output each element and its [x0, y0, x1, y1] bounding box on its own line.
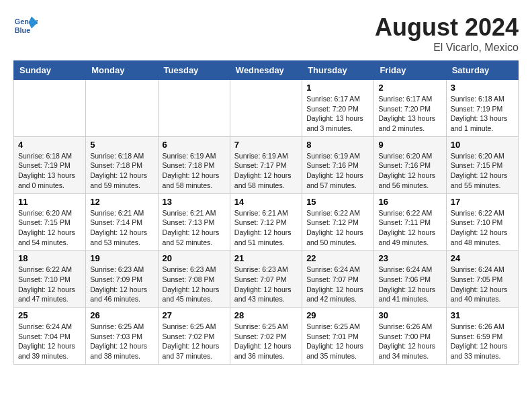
- day-number: 2: [378, 83, 441, 93]
- calendar-cell: 28Sunrise: 6:25 AM Sunset: 7:02 PM Dayli…: [230, 308, 302, 365]
- day-number: 19: [90, 253, 153, 263]
- day-number: 29: [306, 310, 369, 320]
- calendar-cell: 21Sunrise: 6:23 AM Sunset: 7:07 PM Dayli…: [230, 250, 302, 308]
- day-info: Sunrise: 6:22 AM Sunset: 7:10 PM Dayligh…: [451, 208, 514, 248]
- calendar-week-4: 18Sunrise: 6:22 AM Sunset: 7:10 PM Dayli…: [14, 250, 519, 308]
- calendar-cell: 22Sunrise: 6:24 AM Sunset: 7:07 PM Dayli…: [302, 250, 374, 308]
- day-info: Sunrise: 6:19 AM Sunset: 7:18 PM Dayligh…: [163, 151, 226, 191]
- day-number: 4: [18, 140, 81, 150]
- day-number: 24: [451, 253, 514, 263]
- calendar-cell: 6Sunrise: 6:19 AM Sunset: 7:18 PM Daylig…: [158, 136, 230, 193]
- day-number: 18: [18, 253, 81, 263]
- weekday-header-thursday: Thursday: [302, 61, 374, 80]
- calendar-cell: 19Sunrise: 6:23 AM Sunset: 7:09 PM Dayli…: [86, 250, 158, 308]
- calendar-cell: 30Sunrise: 6:26 AM Sunset: 7:00 PM Dayli…: [374, 308, 446, 365]
- day-info: Sunrise: 6:25 AM Sunset: 7:01 PM Dayligh…: [306, 322, 369, 361]
- day-number: 5: [90, 140, 153, 150]
- calendar-cell: 4Sunrise: 6:18 AM Sunset: 7:19 PM Daylig…: [14, 136, 86, 193]
- day-info: Sunrise: 6:21 AM Sunset: 7:13 PM Dayligh…: [163, 208, 226, 248]
- day-number: 15: [306, 197, 369, 207]
- day-info: Sunrise: 6:20 AM Sunset: 7:15 PM Dayligh…: [451, 151, 514, 191]
- calendar-cell: 27Sunrise: 6:25 AM Sunset: 7:02 PM Dayli…: [158, 308, 230, 365]
- calendar-cell: 8Sunrise: 6:19 AM Sunset: 7:16 PM Daylig…: [302, 136, 374, 193]
- calendar-week-1: 1Sunrise: 6:17 AM Sunset: 7:20 PM Daylig…: [14, 80, 519, 137]
- calendar-cell: [158, 80, 230, 137]
- calendar-cell: 16Sunrise: 6:22 AM Sunset: 7:11 PM Dayli…: [374, 193, 446, 250]
- day-number: 16: [378, 197, 441, 207]
- weekday-header-sunday: Sunday: [14, 61, 86, 80]
- page-header: General Blue General Blue August 2024 El…: [13, 13, 519, 54]
- day-info: Sunrise: 6:21 AM Sunset: 7:14 PM Dayligh…: [90, 208, 153, 248]
- weekday-header-tuesday: Tuesday: [158, 61, 230, 80]
- calendar-table: SundayMondayTuesdayWednesdayThursdayFrid…: [13, 60, 519, 365]
- day-info: Sunrise: 6:23 AM Sunset: 7:07 PM Dayligh…: [234, 265, 298, 304]
- day-number: 11: [18, 197, 81, 207]
- calendar-cell: 18Sunrise: 6:22 AM Sunset: 7:10 PM Dayli…: [14, 250, 86, 308]
- day-info: Sunrise: 6:17 AM Sunset: 7:20 PM Dayligh…: [378, 94, 441, 134]
- title-block: August 2024 El Vicarlo, Mexico: [375, 13, 519, 54]
- day-info: Sunrise: 6:17 AM Sunset: 7:20 PM Dayligh…: [306, 94, 369, 134]
- calendar-cell: 1Sunrise: 6:17 AM Sunset: 7:20 PM Daylig…: [302, 80, 374, 137]
- calendar-cell: [86, 80, 158, 137]
- weekday-header-wednesday: Wednesday: [230, 61, 302, 80]
- day-info: Sunrise: 6:18 AM Sunset: 7:19 PM Dayligh…: [18, 151, 81, 191]
- day-number: 20: [163, 253, 226, 263]
- day-number: 8: [306, 140, 369, 150]
- day-number: 9: [378, 140, 441, 150]
- day-info: Sunrise: 6:19 AM Sunset: 7:16 PM Dayligh…: [306, 151, 369, 191]
- day-info: Sunrise: 6:22 AM Sunset: 7:12 PM Dayligh…: [306, 208, 369, 248]
- day-info: Sunrise: 6:25 AM Sunset: 7:03 PM Dayligh…: [90, 322, 153, 361]
- day-number: 30: [378, 310, 441, 320]
- weekday-header-monday: Monday: [86, 61, 158, 80]
- day-info: Sunrise: 6:18 AM Sunset: 7:19 PM Dayligh…: [451, 94, 514, 134]
- day-info: Sunrise: 6:22 AM Sunset: 7:11 PM Dayligh…: [378, 208, 441, 248]
- day-info: Sunrise: 6:24 AM Sunset: 7:04 PM Dayligh…: [18, 322, 81, 361]
- day-info: Sunrise: 6:23 AM Sunset: 7:09 PM Dayligh…: [90, 265, 153, 304]
- day-number: 31: [451, 310, 514, 320]
- day-number: 6: [163, 140, 226, 150]
- day-number: 3: [451, 83, 514, 93]
- calendar-week-5: 25Sunrise: 6:24 AM Sunset: 7:04 PM Dayli…: [14, 308, 519, 365]
- calendar-cell: 9Sunrise: 6:20 AM Sunset: 7:16 PM Daylig…: [374, 136, 446, 193]
- day-info: Sunrise: 6:24 AM Sunset: 7:06 PM Dayligh…: [378, 265, 441, 304]
- calendar-cell: 15Sunrise: 6:22 AM Sunset: 7:12 PM Dayli…: [302, 193, 374, 250]
- calendar-cell: 13Sunrise: 6:21 AM Sunset: 7:13 PM Dayli…: [158, 193, 230, 250]
- day-number: 12: [90, 197, 153, 207]
- day-info: Sunrise: 6:26 AM Sunset: 7:00 PM Dayligh…: [378, 322, 441, 361]
- location: El Vicarlo, Mexico: [375, 42, 519, 54]
- day-number: 28: [234, 310, 298, 320]
- day-info: Sunrise: 6:22 AM Sunset: 7:10 PM Dayligh…: [18, 265, 81, 304]
- calendar-cell: 24Sunrise: 6:24 AM Sunset: 7:05 PM Dayli…: [446, 250, 518, 308]
- calendar-cell: 7Sunrise: 6:19 AM Sunset: 7:17 PM Daylig…: [230, 136, 302, 193]
- calendar-cell: 3Sunrise: 6:18 AM Sunset: 7:19 PM Daylig…: [446, 80, 518, 137]
- day-number: 13: [163, 197, 226, 207]
- day-info: Sunrise: 6:20 AM Sunset: 7:16 PM Dayligh…: [378, 151, 441, 191]
- calendar-cell: 25Sunrise: 6:24 AM Sunset: 7:04 PM Dayli…: [14, 308, 86, 365]
- day-number: 7: [234, 140, 298, 150]
- calendar-cell: 20Sunrise: 6:23 AM Sunset: 7:08 PM Dayli…: [158, 250, 230, 308]
- calendar-cell: 11Sunrise: 6:20 AM Sunset: 7:15 PM Dayli…: [14, 193, 86, 250]
- day-number: 25: [18, 310, 81, 320]
- day-number: 27: [163, 310, 226, 320]
- day-info: Sunrise: 6:25 AM Sunset: 7:02 PM Dayligh…: [234, 322, 298, 361]
- calendar-cell: 26Sunrise: 6:25 AM Sunset: 7:03 PM Dayli…: [86, 308, 158, 365]
- day-number: 10: [451, 140, 514, 150]
- day-info: Sunrise: 6:24 AM Sunset: 7:07 PM Dayligh…: [306, 265, 369, 304]
- calendar-cell: [14, 80, 86, 137]
- day-number: 23: [378, 253, 441, 263]
- day-info: Sunrise: 6:25 AM Sunset: 7:02 PM Dayligh…: [163, 322, 226, 361]
- day-info: Sunrise: 6:26 AM Sunset: 6:59 PM Dayligh…: [451, 322, 514, 361]
- logo: General Blue General Blue: [13, 13, 38, 38]
- day-number: 1: [306, 83, 369, 93]
- weekday-header-row: SundayMondayTuesdayWednesdayThursdayFrid…: [14, 61, 519, 80]
- day-number: 21: [234, 253, 298, 263]
- calendar-cell: 23Sunrise: 6:24 AM Sunset: 7:06 PM Dayli…: [374, 250, 446, 308]
- day-info: Sunrise: 6:20 AM Sunset: 7:15 PM Dayligh…: [18, 208, 81, 248]
- day-number: 26: [90, 310, 153, 320]
- day-number: 22: [306, 253, 369, 263]
- day-info: Sunrise: 6:21 AM Sunset: 7:12 PM Dayligh…: [234, 208, 298, 248]
- month-title: August 2024: [375, 13, 519, 42]
- day-info: Sunrise: 6:24 AM Sunset: 7:05 PM Dayligh…: [451, 265, 514, 304]
- calendar-cell: 29Sunrise: 6:25 AM Sunset: 7:01 PM Dayli…: [302, 308, 374, 365]
- weekday-header-saturday: Saturday: [446, 61, 518, 80]
